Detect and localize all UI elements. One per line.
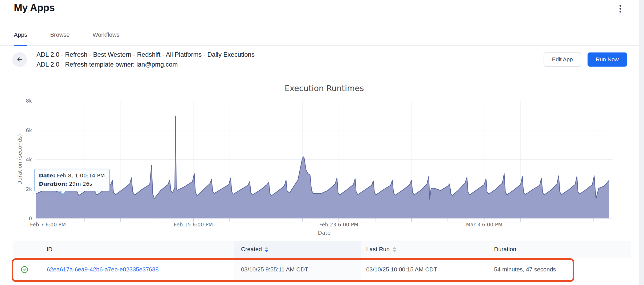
tab-workflows[interactable]: Workflows bbox=[93, 28, 120, 45]
table-header-row: ID Created Last Run Duration bbox=[13, 241, 631, 258]
app-subtitle: ADL 2.0 - Refresh template owner: ian@pm… bbox=[36, 59, 544, 69]
executions-table: ID Created Last Run Duration 62ea617a-6e… bbox=[13, 241, 631, 282]
run-now-button[interactable]: Run Now bbox=[588, 52, 627, 67]
arrow-left-icon bbox=[16, 56, 23, 63]
cell-last-run: 03/10/25 10:00:15 AM CDT bbox=[361, 258, 489, 282]
tab-apps[interactable]: Apps bbox=[14, 28, 27, 45]
page-title: My Apps bbox=[14, 2, 55, 14]
table-row[interactable]: 62ea617a-6ea9-42b6-a7eb-e02335e37688 03/… bbox=[13, 258, 631, 282]
tab-browse[interactable]: Browse bbox=[50, 28, 70, 45]
execution-runtimes-chart[interactable]: 02k4k6k8k Feb 7 6:00 PMFeb 15 6:00 PMFeb… bbox=[36, 101, 613, 218]
app-titles: ADL 2.0 - Refresh - Best Western - Redsh… bbox=[36, 50, 544, 69]
execution-id-link[interactable]: 62ea617a-6ea9-42b6-a7eb-e02335e37688 bbox=[47, 266, 159, 273]
x-axis-title: Date bbox=[36, 230, 613, 236]
back-button[interactable] bbox=[12, 52, 27, 67]
chart-canvas bbox=[36, 101, 613, 222]
tooltip-date-line: Date: Feb 8, 1:00:14 PM bbox=[39, 172, 105, 180]
app-header: ADL 2.0 - Refresh - Best Western - Redsh… bbox=[12, 50, 627, 69]
column-header-last-run[interactable]: Last Run bbox=[361, 241, 489, 258]
y-axis-title: Duration (seconds) bbox=[16, 101, 23, 218]
tab-bar: Apps Browse Workflows bbox=[0, 28, 639, 46]
column-header-id[interactable]: ID bbox=[13, 241, 234, 258]
success-check-icon bbox=[21, 266, 28, 273]
tooltip-duration-line: Duration: 29m 26s bbox=[39, 180, 105, 188]
kebab-menu-icon[interactable] bbox=[617, 3, 624, 15]
scrollbar[interactable] bbox=[639, 0, 644, 285]
page: My Apps Apps Browse Workflows ADL 2.0 - … bbox=[0, 0, 644, 285]
chart-title: Execution Runtimes bbox=[36, 84, 613, 93]
column-header-duration[interactable]: Duration bbox=[489, 241, 631, 258]
cell-created: 03/10/25 9:55:11 AM CDT bbox=[234, 258, 361, 282]
chart-tooltip: Date: Feb 8, 1:00:14 PM Duration: 29m 26… bbox=[34, 169, 110, 191]
edit-app-button[interactable]: Edit App bbox=[544, 52, 581, 67]
column-header-created[interactable]: Created bbox=[234, 241, 361, 258]
cell-duration: 54 minutes, 47 seconds bbox=[489, 258, 631, 282]
app-title: ADL 2.0 - Refresh - Best Western - Redsh… bbox=[36, 50, 544, 59]
